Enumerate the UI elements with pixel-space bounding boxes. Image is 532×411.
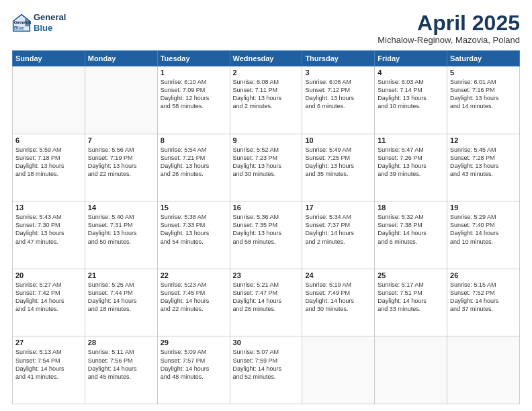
calendar-cell: 11Sunrise: 5:47 AM Sunset: 7:26 PM Dayli… <box>375 134 447 201</box>
calendar-week-row: 20Sunrise: 5:27 AM Sunset: 7:42 PM Dayli… <box>13 269 520 336</box>
day-detail: Sunrise: 6:10 AM Sunset: 7:09 PM Dayligh… <box>161 78 227 111</box>
logo-text: General Blue <box>34 12 66 33</box>
calendar-cell: 16Sunrise: 5:36 AM Sunset: 7:35 PM Dayli… <box>230 201 302 269</box>
day-detail: Sunrise: 5:25 AM Sunset: 7:44 PM Dayligh… <box>88 281 154 314</box>
calendar-cell <box>85 66 157 134</box>
day-number: 10 <box>305 136 371 144</box>
day-detail: Sunrise: 5:38 AM Sunset: 7:33 PM Dayligh… <box>161 213 227 246</box>
day-detail: Sunrise: 5:11 AM Sunset: 7:56 PM Dayligh… <box>88 348 154 381</box>
day-number: 18 <box>378 203 444 212</box>
calendar-cell <box>13 66 85 134</box>
calendar-week-row: 13Sunrise: 5:43 AM Sunset: 7:30 PM Dayli… <box>13 201 520 269</box>
day-detail: Sunrise: 6:01 AM Sunset: 7:16 PM Dayligh… <box>450 78 517 111</box>
calendar-cell: 2Sunrise: 6:08 AM Sunset: 7:11 PM Daylig… <box>230 66 302 134</box>
day-detail: Sunrise: 5:23 AM Sunset: 7:45 PM Dayligh… <box>161 281 227 314</box>
calendar-cell: 21Sunrise: 5:25 AM Sunset: 7:44 PM Dayli… <box>85 269 157 336</box>
weekday-header: Wednesday <box>230 51 302 66</box>
day-detail: Sunrise: 5:54 AM Sunset: 7:21 PM Dayligh… <box>161 146 227 179</box>
calendar-week-row: 1Sunrise: 6:10 AM Sunset: 7:09 PM Daylig… <box>13 66 520 134</box>
logo: General Blue General Blue <box>12 12 66 33</box>
day-number: 5 <box>450 68 517 77</box>
day-number: 15 <box>161 203 227 212</box>
day-number: 7 <box>88 136 154 144</box>
page: General Blue General Blue April 2025 Mic… <box>0 0 532 411</box>
calendar-cell: 19Sunrise: 5:29 AM Sunset: 7:40 PM Dayli… <box>447 201 520 269</box>
day-detail: Sunrise: 5:19 AM Sunset: 7:49 PM Dayligh… <box>305 281 371 314</box>
calendar-cell: 22Sunrise: 5:23 AM Sunset: 7:45 PM Dayli… <box>157 269 230 336</box>
calendar-cell <box>302 336 375 404</box>
calendar-table: SundayMondayTuesdayWednesdayThursdayFrid… <box>12 50 520 404</box>
calendar-cell: 20Sunrise: 5:27 AM Sunset: 7:42 PM Dayli… <box>13 269 85 336</box>
day-number: 25 <box>378 271 444 279</box>
calendar-cell: 25Sunrise: 5:17 AM Sunset: 7:51 PM Dayli… <box>375 269 447 336</box>
day-detail: Sunrise: 5:49 AM Sunset: 7:25 PM Dayligh… <box>305 146 371 179</box>
calendar-cell: 23Sunrise: 5:21 AM Sunset: 7:47 PM Dayli… <box>230 269 302 336</box>
calendar-cell <box>375 336 447 404</box>
day-number: 27 <box>15 338 82 347</box>
day-detail: Sunrise: 5:29 AM Sunset: 7:40 PM Dayligh… <box>450 213 517 246</box>
day-detail: Sunrise: 5:36 AM Sunset: 7:35 PM Dayligh… <box>233 213 300 246</box>
logo-icon: General Blue <box>12 13 31 32</box>
day-detail: Sunrise: 6:03 AM Sunset: 7:14 PM Dayligh… <box>378 78 444 111</box>
day-detail: Sunrise: 5:56 AM Sunset: 7:19 PM Dayligh… <box>88 146 154 179</box>
location: Michalow-Reginow, Mazovia, Poland <box>378 35 520 45</box>
calendar-cell: 14Sunrise: 5:40 AM Sunset: 7:31 PM Dayli… <box>85 201 157 269</box>
calendar-header-row: SundayMondayTuesdayWednesdayThursdayFrid… <box>13 51 520 66</box>
day-number: 28 <box>88 338 154 347</box>
day-detail: Sunrise: 5:09 AM Sunset: 7:57 PM Dayligh… <box>161 348 227 381</box>
day-detail: Sunrise: 5:43 AM Sunset: 7:30 PM Dayligh… <box>15 213 82 246</box>
day-detail: Sunrise: 5:45 AM Sunset: 7:28 PM Dayligh… <box>450 146 517 179</box>
calendar-cell: 15Sunrise: 5:38 AM Sunset: 7:33 PM Dayli… <box>157 201 230 269</box>
svg-text:Blue: Blue <box>14 25 24 30</box>
day-detail: Sunrise: 5:15 AM Sunset: 7:52 PM Dayligh… <box>450 281 517 314</box>
day-number: 24 <box>305 271 371 279</box>
day-number: 11 <box>378 136 444 144</box>
day-detail: Sunrise: 5:07 AM Sunset: 7:59 PM Dayligh… <box>233 348 300 381</box>
day-number: 29 <box>161 338 227 347</box>
calendar-cell: 7Sunrise: 5:56 AM Sunset: 7:19 PM Daylig… <box>85 134 157 201</box>
calendar-cell: 18Sunrise: 5:32 AM Sunset: 7:38 PM Dayli… <box>375 201 447 269</box>
calendar-cell: 1Sunrise: 6:10 AM Sunset: 7:09 PM Daylig… <box>157 66 230 134</box>
calendar-week-row: 6Sunrise: 5:59 AM Sunset: 7:18 PM Daylig… <box>13 134 520 201</box>
calendar-cell: 27Sunrise: 5:13 AM Sunset: 7:54 PM Dayli… <box>13 336 85 404</box>
day-number: 21 <box>88 271 154 279</box>
day-detail: Sunrise: 5:13 AM Sunset: 7:54 PM Dayligh… <box>15 348 82 381</box>
svg-text:General: General <box>14 19 31 24</box>
day-detail: Sunrise: 5:27 AM Sunset: 7:42 PM Dayligh… <box>15 281 82 314</box>
day-number: 17 <box>305 203 371 212</box>
calendar-cell: 30Sunrise: 5:07 AM Sunset: 7:59 PM Dayli… <box>230 336 302 404</box>
day-detail: Sunrise: 5:32 AM Sunset: 7:38 PM Dayligh… <box>378 213 444 246</box>
calendar-cell: 17Sunrise: 5:34 AM Sunset: 7:37 PM Dayli… <box>302 201 375 269</box>
calendar-cell: 9Sunrise: 5:52 AM Sunset: 7:23 PM Daylig… <box>230 134 302 201</box>
day-number: 8 <box>161 136 227 144</box>
calendar-cell: 6Sunrise: 5:59 AM Sunset: 7:18 PM Daylig… <box>13 134 85 201</box>
calendar-cell <box>447 336 520 404</box>
calendar-cell: 29Sunrise: 5:09 AM Sunset: 7:57 PM Dayli… <box>157 336 230 404</box>
weekday-header: Friday <box>375 51 447 66</box>
day-number: 22 <box>161 271 227 279</box>
day-detail: Sunrise: 6:08 AM Sunset: 7:11 PM Dayligh… <box>233 78 300 111</box>
day-number: 30 <box>233 338 300 347</box>
day-detail: Sunrise: 6:06 AM Sunset: 7:12 PM Dayligh… <box>305 78 371 111</box>
header: General Blue General Blue April 2025 Mic… <box>12 12 520 45</box>
day-number: 12 <box>450 136 517 144</box>
day-number: 6 <box>15 136 82 144</box>
calendar-cell: 10Sunrise: 5:49 AM Sunset: 7:25 PM Dayli… <box>302 134 375 201</box>
calendar-cell: 3Sunrise: 6:06 AM Sunset: 7:12 PM Daylig… <box>302 66 375 134</box>
day-number: 16 <box>233 203 300 212</box>
day-number: 3 <box>305 68 371 77</box>
day-number: 14 <box>88 203 154 212</box>
calendar-cell: 13Sunrise: 5:43 AM Sunset: 7:30 PM Dayli… <box>13 201 85 269</box>
day-detail: Sunrise: 5:17 AM Sunset: 7:51 PM Dayligh… <box>378 281 444 314</box>
calendar-cell: 26Sunrise: 5:15 AM Sunset: 7:52 PM Dayli… <box>447 269 520 336</box>
day-detail: Sunrise: 5:47 AM Sunset: 7:26 PM Dayligh… <box>378 146 444 179</box>
calendar-cell: 4Sunrise: 6:03 AM Sunset: 7:14 PM Daylig… <box>375 66 447 134</box>
calendar-cell: 8Sunrise: 5:54 AM Sunset: 7:21 PM Daylig… <box>157 134 230 201</box>
day-number: 26 <box>450 271 517 279</box>
title-block: April 2025 Michalow-Reginow, Mazovia, Po… <box>378 12 520 45</box>
weekday-header: Thursday <box>302 51 375 66</box>
weekday-header: Monday <box>85 51 157 66</box>
day-number: 13 <box>15 203 82 212</box>
day-detail: Sunrise: 5:59 AM Sunset: 7:18 PM Dayligh… <box>15 146 82 179</box>
day-number: 4 <box>378 68 444 77</box>
